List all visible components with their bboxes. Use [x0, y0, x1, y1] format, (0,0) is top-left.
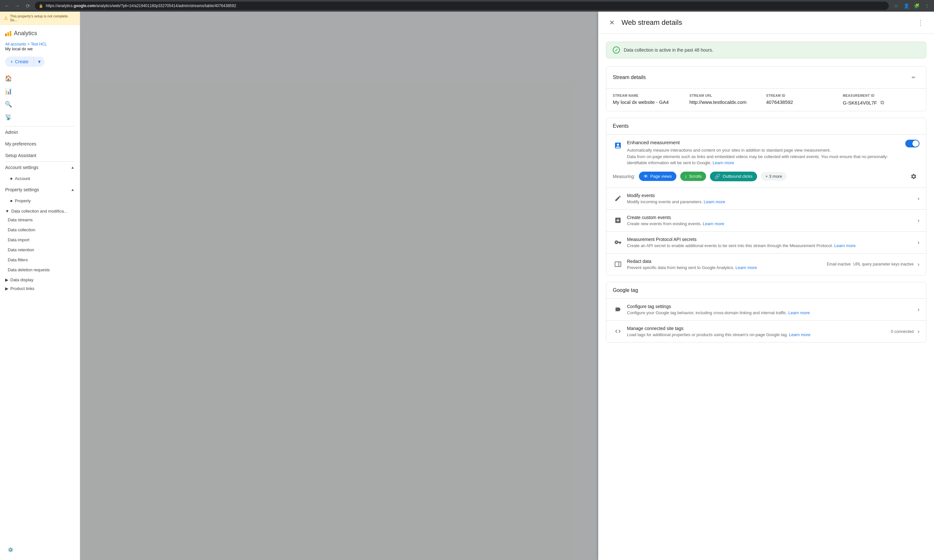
- redact-data-learn-more[interactable]: Learn more: [735, 265, 757, 270]
- data-filters-item[interactable]: Data filters: [3, 255, 80, 265]
- scrolls-icon: ↕: [685, 174, 687, 179]
- create-main-button[interactable]: + Create: [5, 57, 34, 67]
- modify-events-chevron: ›: [917, 195, 920, 202]
- modify-events-icon: [613, 193, 623, 203]
- toggle-thumb: [912, 140, 919, 147]
- redact-data-desc: Prevent specific data from being sent to…: [627, 265, 823, 270]
- logo-bar-2: [8, 32, 9, 36]
- more-chip[interactable]: + 3 more: [761, 172, 787, 181]
- measuring-settings-button[interactable]: [908, 171, 920, 182]
- advertising-icon: 📡: [5, 114, 12, 120]
- configure-tag-item[interactable]: Configure tag settings Configure your Go…: [606, 299, 926, 321]
- account-settings-label: Account settings: [5, 165, 39, 170]
- stream-id-value: 4076438592: [766, 99, 843, 105]
- panel-body: ✓ Data collection is active in the past …: [598, 34, 934, 350]
- modify-events-item[interactable]: Modify events Modify incoming events and…: [606, 188, 926, 210]
- outbound-clicks-label: Outbound clicks: [722, 174, 753, 179]
- admin-label: Admin: [5, 130, 18, 135]
- measurement-protocol-icon: [613, 237, 623, 248]
- preferences-link[interactable]: My preferences: [0, 138, 80, 150]
- google-tag-title: Google tag: [613, 288, 638, 293]
- nav-item-explore[interactable]: 🔍: [0, 98, 80, 111]
- bookmark-button[interactable]: ☆: [891, 1, 900, 10]
- measurement-id-value: G-SK614V0L7F ⧉: [843, 99, 920, 106]
- create-custom-events-learn-more[interactable]: Learn more: [703, 221, 724, 226]
- stream-url-label: STREAM URL: [690, 94, 766, 97]
- back-button[interactable]: ←: [3, 1, 12, 10]
- browser-actions: ☆ 👤 🧩 ⋮: [891, 1, 931, 10]
- panel-menu-button[interactable]: ⋮: [915, 17, 926, 28]
- menu-button[interactable]: ⋮: [922, 1, 931, 10]
- logo-bar-1: [5, 34, 7, 36]
- analytics-logo: Analytics: [5, 30, 37, 37]
- data-streams-item[interactable]: Data streams: [3, 215, 80, 225]
- settings-button[interactable]: ⚙️: [5, 545, 74, 555]
- events-title: Events: [613, 123, 628, 129]
- browser-nav: ← → ⟳: [3, 1, 32, 10]
- modify-events-title: Modify events: [627, 193, 914, 198]
- measurement-id-label: MEASUREMENT ID: [843, 94, 920, 97]
- web-stream-panel: ✕ Web stream details ⋮ ✓ Data collection…: [598, 12, 934, 560]
- property-settings-subsection: Property: [0, 195, 80, 206]
- page-views-icon: 👁: [644, 174, 648, 179]
- product-links-header[interactable]: ▶ Product links: [0, 283, 80, 292]
- measurement-protocol-chevron: ›: [917, 239, 920, 246]
- panel-title: Web stream details: [622, 18, 682, 27]
- enhanced-measurement-content: Enhanced measurement Automatically measu…: [627, 140, 902, 166]
- app-wrapper: ⚠ This property's setup is not complete.…: [0, 12, 934, 560]
- nav-item-home[interactable]: 🏠: [0, 72, 80, 85]
- manage-tags-learn-more[interactable]: Learn more: [789, 332, 810, 337]
- property-sub-item[interactable]: Property: [5, 195, 80, 206]
- redact-data-item[interactable]: Redact data Prevent specific data from b…: [606, 254, 926, 275]
- reload-button[interactable]: ⟳: [23, 1, 32, 10]
- stream-id-label: STREAM ID: [766, 94, 843, 97]
- measurement-protocol-item[interactable]: Measurement Protocol API secrets Create …: [606, 232, 926, 254]
- property-settings-header[interactable]: Property settings ▲: [0, 184, 80, 195]
- outbound-clicks-icon: 🔗: [715, 174, 721, 179]
- nav-section: 🏠 📊 🔍 📡: [0, 69, 80, 126]
- data-collection-item[interactable]: Data collection: [3, 225, 80, 235]
- data-retention-item[interactable]: Data retention: [3, 245, 80, 255]
- forward-button[interactable]: →: [13, 1, 22, 10]
- warning-icon: ⚠: [4, 15, 8, 21]
- account-sub-item[interactable]: Account: [5, 173, 80, 184]
- scrolls-chip[interactable]: ↕ Scrolls: [680, 172, 706, 181]
- create-custom-events-item[interactable]: Create custom events Create new events f…: [606, 210, 926, 232]
- property-settings-section: Property settings ▲ Property: [0, 184, 80, 206]
- measurement-id-field: MEASUREMENT ID G-SK614V0L7F ⧉: [843, 94, 920, 106]
- nav-item-advertising[interactable]: 📡: [0, 111, 80, 123]
- measurement-protocol-learn-more[interactable]: Learn more: [834, 243, 855, 248]
- manage-tags-item[interactable]: Manage connected site tags Load tags for…: [606, 321, 926, 342]
- page-views-label: Page views: [650, 174, 672, 179]
- profile-button[interactable]: 👤: [902, 1, 911, 10]
- modify-events-content: Modify events Modify incoming events and…: [627, 193, 914, 204]
- address-bar[interactable]: 🔒 https://analytics.google.com/analytics…: [35, 2, 889, 10]
- configure-tag-icon: [613, 304, 623, 314]
- data-import-item[interactable]: Data import: [3, 235, 80, 245]
- extension-button[interactable]: 🧩: [912, 1, 921, 10]
- close-button[interactable]: ✕: [606, 17, 618, 28]
- create-caret-button[interactable]: ▼: [34, 57, 45, 67]
- configure-tag-title: Configure tag settings: [627, 304, 914, 309]
- status-text: Data collection is active in the past 48…: [624, 48, 713, 52]
- data-display-header[interactable]: ▶ Data display: [0, 275, 80, 283]
- lock-icon: 🔒: [39, 4, 43, 8]
- setup-assistant-link[interactable]: Setup Assistant: [0, 150, 80, 161]
- measuring-label: Measuring:: [613, 174, 635, 179]
- account-settings-header[interactable]: Account settings ▲: [0, 162, 80, 173]
- all-accounts-link[interactable]: All accounts > Test HCL: [5, 42, 74, 46]
- configure-tag-learn-more[interactable]: Learn more: [788, 310, 810, 315]
- outbound-clicks-chip[interactable]: 🔗 Outbound clicks: [710, 172, 757, 181]
- stream-edit-button[interactable]: ✏: [908, 72, 920, 83]
- data-collection-header[interactable]: ▼ Data collection and modifica...: [0, 206, 80, 215]
- data-deletion-item[interactable]: Data deletion requests: [3, 265, 80, 275]
- enhanced-toggle[interactable]: [905, 140, 920, 148]
- admin-link[interactable]: Admin: [0, 126, 80, 138]
- modify-events-learn-more[interactable]: Learn more: [704, 199, 725, 204]
- sidebar-header: Analytics: [0, 25, 80, 39]
- enhanced-learn-more-link[interactable]: Learn more: [713, 160, 734, 165]
- data-collection-expand-icon: ▼: [5, 209, 9, 214]
- copy-button[interactable]: ⧉: [879, 99, 885, 106]
- page-views-chip[interactable]: 👁 Page views: [639, 172, 676, 181]
- nav-item-reports[interactable]: 📊: [0, 85, 80, 98]
